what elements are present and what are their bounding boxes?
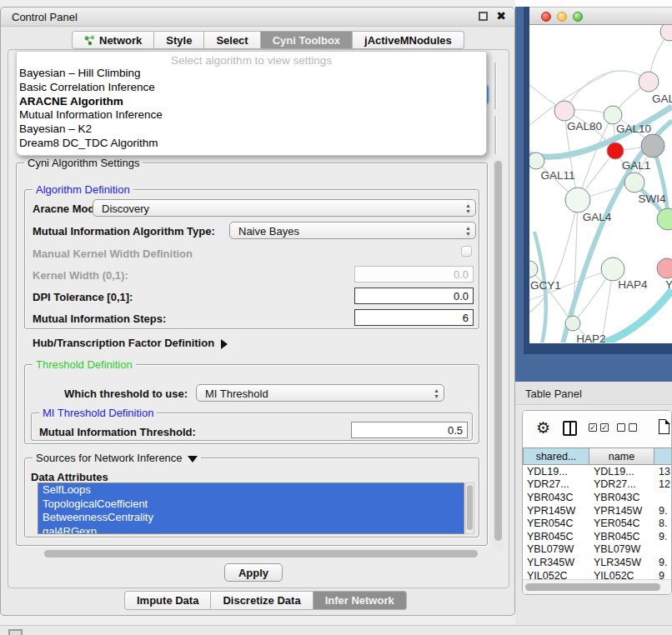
control-panel-titlebar[interactable]: Control Panel ✖ (1, 8, 514, 27)
float-window-icon[interactable] (479, 12, 488, 21)
algorithm-option[interactable]: ARACNE Algorithm (17, 95, 486, 109)
expand-right-icon[interactable] (221, 339, 228, 349)
table-row[interactable]: YPR145WYPR145W9. (523, 504, 672, 518)
column-header[interactable]: shared... (523, 448, 589, 465)
collapse-down-icon[interactable] (188, 456, 198, 462)
network-node-y[interactable] (657, 258, 672, 278)
network-node-gal11[interactable] (529, 152, 544, 169)
settings-vertical-scrollbar[interactable] (493, 159, 504, 551)
node-label: GAL10 (616, 122, 651, 135)
network-node-gal1[interactable] (624, 172, 644, 192)
scrollbar-thumb[interactable] (44, 550, 478, 558)
network-node[interactable] (607, 142, 624, 159)
scrollbar-thumb[interactable] (494, 161, 502, 541)
network-node[interactable] (641, 134, 664, 158)
sources-toggle[interactable]: Sources for Network Inference (33, 452, 201, 464)
combo-arrows-icon: ▲▼ (465, 225, 471, 237)
panel-corner-icon[interactable] (8, 629, 23, 635)
close-traffic-light-icon[interactable] (541, 12, 551, 22)
mi-threshold-field[interactable]: 0.5 (351, 422, 468, 438)
scrollbar-thumb[interactable] (467, 485, 473, 530)
table-cell: YPR145W (523, 504, 589, 518)
algorithm-option[interactable]: Dream8 DC_TDC Algorithm (17, 137, 486, 151)
tab-network[interactable]: Network (72, 31, 154, 49)
algorithm-option[interactable]: Bayesian – K2 (17, 122, 486, 137)
tab-infer-network[interactable]: Infer Network (313, 591, 407, 610)
table-row[interactable]: YBR043CYBR043C (523, 491, 672, 504)
close-icon[interactable]: ✖ (496, 9, 506, 22)
table-row[interactable]: YER054CYER054C8. (523, 517, 672, 530)
attribute-item[interactable]: SelfLoops (38, 483, 464, 498)
tab-discretize-data[interactable]: Discretize Data (211, 591, 313, 610)
uncheck-all-icon-2[interactable] (629, 423, 637, 432)
control-panel-window: Control Panel ✖ NetworkStyleSelectCyni T… (0, 7, 515, 616)
node-label: GAL1 (622, 159, 651, 172)
which-threshold-combo[interactable]: MI Threshold ▲▼ (196, 384, 444, 402)
table-horizontal-scrollbar[interactable] (523, 579, 672, 594)
document-icon[interactable] (659, 419, 669, 434)
minimize-traffic-light-icon[interactable] (557, 12, 567, 22)
zoom-traffic-light-icon[interactable] (573, 12, 583, 22)
attribute-item[interactable]: BetweennessCentrality (38, 511, 464, 525)
column-layout-icon[interactable] (563, 421, 577, 436)
scrollbar-thumb[interactable] (525, 583, 660, 591)
mi-steps-field[interactable]: 6 (354, 309, 474, 326)
network-node-hap4[interactable] (601, 258, 624, 281)
manual-kernel-label: Manual Kernel Width Definition (33, 248, 193, 260)
data-attributes-list[interactable]: SelfLoopsTopologicalCoefficientBetweenne… (38, 482, 464, 534)
check-all-icon-2[interactable]: ✓ (600, 423, 609, 432)
uncheck-all-icon[interactable] (617, 423, 625, 432)
mi-type-label: Mutual Information Algorithm Type: (33, 225, 215, 238)
window-title: Control Panel (12, 11, 78, 23)
tab-select[interactable]: Select (204, 31, 260, 49)
network-window[interactable]: GALGAL80GAL10GAL1GAL11GAL4SWI4GCY1HAP4YH… (524, 7, 672, 354)
table-panel-titlebar[interactable]: Table Panel (515, 382, 672, 405)
group-border-fragment (494, 116, 496, 156)
table-cell: YDL19... (589, 465, 654, 478)
tab-jactivemnodules[interactable]: jActiveMNodules (353, 31, 464, 49)
network-node-gal10[interactable] (604, 106, 622, 124)
settings-gear-icon[interactable]: ⚙ (536, 418, 550, 438)
attribute-item[interactable]: TopologicalCoefficient (38, 498, 464, 512)
table-row[interactable]: YLR345WYLR345W9. (523, 556, 672, 569)
aracne-mode-combo[interactable]: Discovery ▲▼ (93, 199, 476, 217)
manual-kernel-checkbox[interactable] (461, 246, 472, 257)
check-all-icon[interactable]: ✓ (589, 423, 597, 432)
table-row[interactable]: YDR27...YDR27...12 (523, 478, 672, 492)
network-node-gal80[interactable] (554, 101, 574, 121)
network-node-gcy1[interactable] (529, 261, 538, 278)
table-row[interactable]: YBR045CYBR045C9. (523, 530, 672, 543)
network-node-hap2[interactable] (565, 316, 580, 331)
attribute-item[interactable]: gal4RGexp (38, 525, 464, 535)
kernel-width-field[interactable]: 0.0 (354, 266, 474, 282)
network-node[interactable] (660, 25, 672, 41)
network-icon (84, 35, 95, 46)
table-cell: YER054C (589, 517, 654, 530)
network-node-gal[interactable] (639, 72, 659, 92)
tab-style[interactable]: Style (154, 31, 204, 49)
hub-definition-toggle[interactable]: Hub/Transcription Factor Definition (33, 337, 228, 349)
dpi-tolerance-field[interactable]: 0.0 (354, 288, 474, 304)
table-row[interactable]: YDL19...YDL19...13 (523, 465, 672, 478)
tab-bar: NetworkStyleSelectCyni ToolboxjActiveMNo… (72, 31, 464, 49)
tab-cyni-toolbox[interactable]: Cyni Toolbox (261, 31, 353, 49)
algorithm-option[interactable]: Mutual Information Inference (17, 108, 486, 122)
node-label: Y (665, 278, 672, 291)
network-node-gal4[interactable] (565, 188, 590, 212)
node-label: GAL4 (583, 211, 612, 223)
network-canvas[interactable]: GALGAL80GAL10GAL1GAL11GAL4SWI4GCY1HAP4YH… (529, 25, 672, 342)
mi-algorithm-type-combo[interactable]: Naive Bayes ▲▼ (229, 222, 476, 239)
tab-impute-data[interactable]: Impute Data (124, 591, 211, 610)
aracne-mode-value: Discovery (102, 202, 149, 215)
table-row[interactable]: YBL079WYBL079W (523, 543, 672, 557)
column-header[interactable]: name (589, 448, 654, 465)
network-window-titlebar[interactable] (529, 7, 672, 25)
algorithm-option[interactable]: Basic Correlation Inference (17, 81, 486, 95)
attributes-list-scrollbar[interactable] (465, 482, 474, 534)
table-cell: YBR043C (589, 491, 654, 504)
column-header[interactable]: A (654, 448, 672, 465)
settings-horizontal-scrollbar[interactable] (36, 549, 486, 559)
algorithm-option[interactable]: Bayesian – Hill Climbing (17, 67, 486, 81)
apply-button[interactable]: Apply (224, 563, 283, 582)
table-cell: 9. (654, 504, 672, 518)
